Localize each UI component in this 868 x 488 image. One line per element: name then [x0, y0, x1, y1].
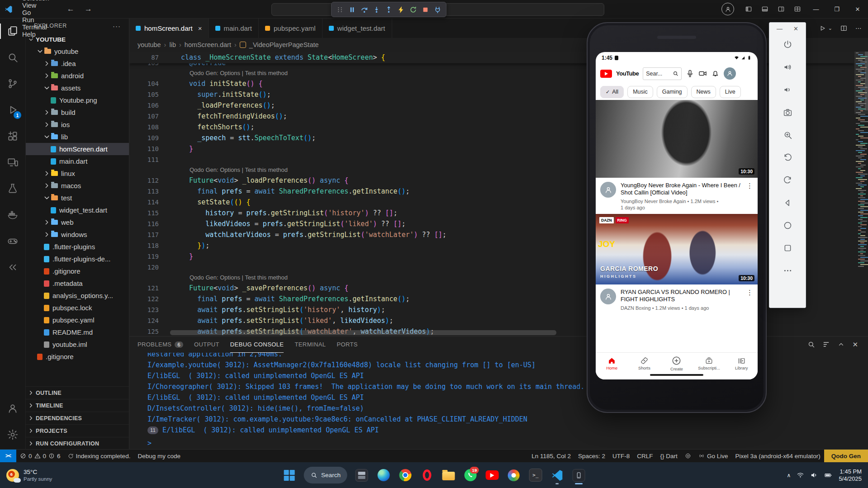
breadcrumb-symbol[interactable]: _VideoPlayerPageState	[249, 41, 319, 48]
nav-home[interactable]: Home	[596, 356, 628, 370]
bell-icon[interactable]	[711, 69, 720, 78]
tree-item-youtube[interactable]: youtube	[26, 45, 129, 57]
more-actions-icon[interactable]: ⋯	[855, 24, 862, 32]
tree-item-Youtube.png[interactable]: Youtube.png	[26, 94, 129, 106]
tree-item-homScreen.dart[interactable]: homScreen.dart	[26, 143, 129, 155]
close-panel-icon[interactable]: ✕	[852, 341, 858, 349]
tree-item-.metadata[interactable]: .metadata	[26, 277, 129, 289]
tab-homScreen.dart[interactable]: homScreen.dart×	[129, 18, 209, 38]
activity-gamepad[interactable]	[0, 228, 25, 254]
status-encoding[interactable]: UTF-8	[609, 450, 633, 462]
video-menu-icon[interactable]: ⋮	[746, 182, 753, 211]
taskbar-app-youtube[interactable]	[483, 465, 502, 485]
activity-docker[interactable]	[0, 202, 25, 228]
panel-tab-problems[interactable]: PROBLEMS6	[138, 336, 183, 353]
android-emulator-window[interactable]: 1:45 YouTube Sear...	[587, 22, 767, 413]
emulator-screenshot-button[interactable]	[778, 103, 797, 121]
emulator-more-button[interactable]	[778, 261, 797, 280]
menu-go[interactable]: Go	[17, 9, 54, 16]
nav-subscripti[interactable]: Subscripti...	[693, 356, 726, 370]
chip-gaming[interactable]: Gaming	[657, 86, 688, 98]
close-window-icon[interactable]: ✕	[847, 0, 868, 18]
indexing-status[interactable]: Indexing completed.	[64, 450, 134, 462]
filter-icon[interactable]	[807, 341, 815, 348]
video-title[interactable]: RYAN GARCIA VS ROLANDO ROMERO | FIGHT HI…	[621, 289, 742, 303]
activity-accounts[interactable]	[0, 395, 25, 422]
tree-item-.idea[interactable]: .idea	[26, 57, 129, 70]
status-language-mode[interactable]: {} Dart	[657, 450, 681, 462]
panel-tab-debug-console[interactable]: DEBUG CONSOLE	[230, 336, 284, 353]
tree-item-test[interactable]: test	[26, 192, 129, 204]
forward-arrow-icon[interactable]: →	[85, 5, 92, 14]
tree-item-.flutter-plugins-de...[interactable]: .flutter-plugins-de...	[26, 253, 129, 265]
emulator-home-button[interactable]	[778, 216, 797, 234]
activity-testing[interactable]	[0, 175, 25, 202]
tree-item-macos[interactable]: macos	[26, 180, 129, 192]
toggle-sidebar-icon[interactable]	[745, 5, 753, 13]
tree-item-.flutter-plugins[interactable]: .flutter-plugins	[26, 241, 129, 253]
menu-help[interactable]: Help	[17, 31, 54, 38]
panel-tab-terminal[interactable]: TERMINAL	[294, 336, 326, 353]
collapse-panel-icon[interactable]	[837, 341, 845, 348]
stop-button[interactable]	[419, 4, 432, 15]
search-field[interactable]: Sear...	[643, 67, 682, 80]
qodo-gen-button[interactable]: Qodo Gen	[824, 450, 868, 462]
wifi-icon[interactable]	[797, 471, 804, 479]
emulator-close-icon[interactable]: ✕	[793, 25, 798, 32]
menu-run[interactable]: Run	[17, 16, 54, 24]
tray-chevron-icon[interactable]: ∧	[787, 472, 791, 479]
profile-icon[interactable]	[721, 3, 734, 15]
tree-item-assets[interactable]: assets	[26, 82, 129, 94]
activity-gitlens[interactable]	[0, 254, 25, 280]
chip-news[interactable]: News	[691, 86, 716, 98]
taskbar-app-photos[interactable]	[504, 465, 523, 485]
customize-layout-icon[interactable]	[793, 5, 802, 13]
breadcrumb-item[interactable]: youtube	[138, 41, 161, 48]
emulator-volume-up-button[interactable]	[778, 58, 797, 76]
tree-item-linux[interactable]: linux	[26, 167, 129, 180]
tab-widget_test.dart[interactable]: widget_test.dart	[323, 18, 392, 38]
status-cursor-position[interactable]: Ln 1185, Col 2	[528, 450, 574, 462]
activity-run-and-debug[interactable]: 1	[0, 97, 25, 123]
tree-item-README.md[interactable]: README.md	[26, 326, 129, 338]
profile-avatar[interactable]	[724, 67, 736, 80]
section-projects[interactable]: PROJECTS	[26, 424, 129, 437]
mic-icon[interactable]	[686, 69, 694, 78]
restore-window-icon[interactable]: ❐	[826, 0, 847, 18]
vertical-scrollbar[interactable]	[865, 52, 868, 110]
nav-shorts[interactable]: Shorts	[628, 356, 661, 370]
chip-music[interactable]: Music	[627, 86, 653, 98]
video-menu-icon[interactable]: ⋮	[746, 289, 753, 311]
breadcrumb-item[interactable]: lib	[169, 41, 176, 48]
tab-pubspec.yaml[interactable]: pubspec.yaml	[259, 18, 323, 38]
activity-settings[interactable]	[0, 422, 25, 448]
start-button[interactable]	[280, 465, 299, 485]
explorer-actions-icon[interactable]: ···	[113, 22, 121, 30]
status-indentation[interactable]: Spaces: 2	[574, 450, 609, 462]
weather-widget[interactable]: 6 35°C Partly sunny	[0, 469, 52, 482]
taskbar-app-chrome[interactable]	[396, 465, 415, 485]
tree-item-ios[interactable]: ios	[26, 118, 129, 131]
split-editor-icon[interactable]	[840, 24, 848, 32]
volume-icon[interactable]	[810, 471, 818, 479]
channel-avatar[interactable]	[600, 182, 616, 198]
video-thumbnail[interactable]: DAZNRINGJOYGARCIA ROMEROHIGHLIGHTS10:30	[596, 214, 758, 284]
section-run-configuration[interactable]: RUN CONFIGURATION	[26, 437, 129, 450]
video-camera-icon[interactable]	[698, 69, 707, 78]
toggle-panel-icon[interactable]	[761, 5, 769, 13]
run-dropdown-icon[interactable]: ⌄	[828, 25, 832, 31]
panel-tab-output[interactable]: OUTPUT	[194, 336, 219, 353]
toggle-secondary-sidebar-icon[interactable]	[777, 5, 785, 13]
status-feedback[interactable]	[681, 450, 695, 462]
clock[interactable]: 1:45 PM 5/4/2025	[839, 468, 862, 483]
step-out-button[interactable]	[383, 4, 395, 15]
minimize-window-icon[interactable]: —	[806, 0, 826, 18]
taskbar-app-edge[interactable]	[374, 465, 393, 485]
section-dependencies[interactable]: DEPENDENCIES	[26, 412, 129, 424]
emulator-rotate-right-button[interactable]	[778, 171, 797, 189]
tree-item-youtube.iml[interactable]: youtube.iml	[26, 338, 129, 351]
channel-avatar[interactable]	[600, 289, 616, 304]
emulator-back-button[interactable]	[778, 194, 797, 212]
status-flutter-device[interactable]: Pixel 3a (android-x64 emulator)	[731, 450, 824, 462]
emulator-overview-button[interactable]	[778, 239, 797, 257]
